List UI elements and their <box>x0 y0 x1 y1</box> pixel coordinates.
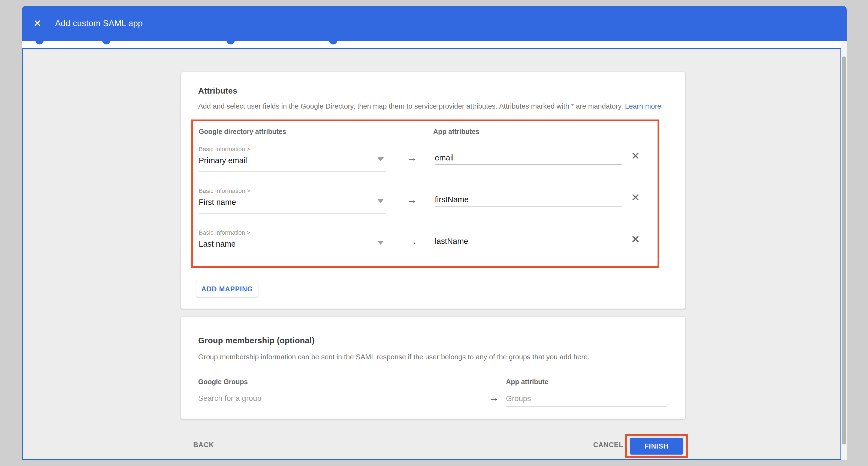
attributes-description-text: Add and select user fields in the Google… <box>198 102 623 110</box>
maps-to-arrow-icon: → <box>486 392 502 404</box>
directory-attribute-select[interactable]: First name <box>199 198 236 207</box>
dropdown-arrow-icon[interactable] <box>377 241 384 245</box>
learn-more-link[interactable]: Learn more <box>625 102 661 110</box>
add-mapping-button[interactable]: ADD MAPPING <box>196 281 258 297</box>
groups-app-attribute-input[interactable] <box>506 391 667 407</box>
app-attribute-label: App attribute <box>506 378 549 386</box>
directory-attributes-column-header: Google directory attributes <box>199 128 286 136</box>
dialog-title: Add custom SAML app <box>55 19 143 28</box>
close-icon[interactable]: ✕ <box>33 18 44 29</box>
mapping-row-primary-email: Basic Information > Primary email → ✕ <box>199 146 651 185</box>
delete-mapping-icon[interactable]: ✕ <box>629 149 642 162</box>
dialog-header: ✕ Add custom SAML app <box>22 6 847 41</box>
dropdown-arrow-icon[interactable] <box>377 157 384 161</box>
app-attribute-input[interactable] <box>435 193 622 207</box>
attribute-category-label: Basic Information > <box>199 146 250 153</box>
attributes-card: Attributes Add and select user fields in… <box>181 72 685 309</box>
scrollbar-track[interactable] <box>841 41 847 460</box>
delete-mapping-icon[interactable]: ✕ <box>629 191 642 204</box>
app-attribute-input[interactable] <box>435 235 622 248</box>
directory-attribute-select[interactable]: Last name <box>199 239 236 249</box>
mapping-row-first-name: Basic Information > First name → ✕ <box>199 187 651 227</box>
mapping-row-last-name: Basic Information > Last name → ✕ <box>199 229 651 269</box>
group-search-input[interactable] <box>198 390 479 407</box>
dropdown-arrow-icon[interactable] <box>377 199 384 203</box>
select-underline <box>199 171 386 172</box>
finish-button[interactable]: FINISH <box>630 438 683 455</box>
app-attribute-input[interactable] <box>435 151 622 165</box>
attribute-category-label: Basic Information > <box>199 229 250 236</box>
select-underline <box>199 255 386 255</box>
app-attributes-column-header: App attributes <box>433 128 479 136</box>
group-membership-card: Group membership (optional) Group member… <box>181 317 685 419</box>
back-button[interactable]: BACK <box>193 441 214 449</box>
mapping-annotation-box: Google directory attributes App attribut… <box>191 119 659 268</box>
delete-mapping-icon[interactable]: ✕ <box>629 233 642 245</box>
maps-to-arrow-icon: → <box>404 194 420 206</box>
add-custom-saml-app-dialog: ✕ Add custom SAML app Attributes Add and… <box>0 0 868 466</box>
stepper-strip <box>22 40 847 48</box>
group-card-title: Group membership (optional) <box>198 336 315 345</box>
attribute-category-label: Basic Information > <box>199 187 250 195</box>
attributes-card-title: Attributes <box>198 86 238 95</box>
scrollbar-thumb[interactable] <box>842 56 846 444</box>
group-card-description: Group membership information can be sent… <box>198 353 590 361</box>
maps-to-arrow-icon: → <box>404 152 420 164</box>
maps-to-arrow-icon: → <box>404 235 420 247</box>
select-underline <box>199 213 386 214</box>
google-groups-label: Google Groups <box>198 378 248 386</box>
directory-attribute-select[interactable]: Primary email <box>199 156 247 165</box>
attributes-card-description: Add and select user fields in the Google… <box>198 102 661 111</box>
cancel-button[interactable]: CANCEL <box>593 441 623 449</box>
